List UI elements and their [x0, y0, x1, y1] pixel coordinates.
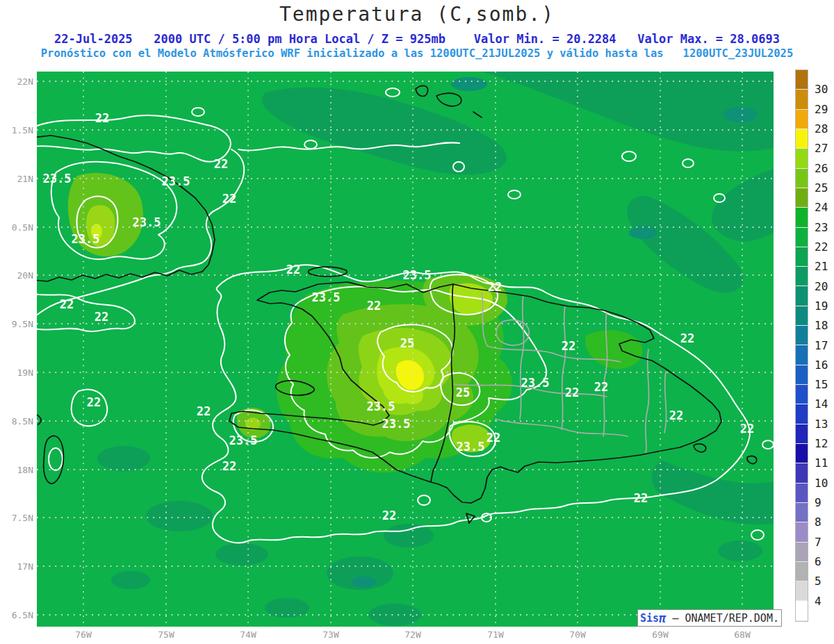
- lat-tick-label: 22N: [0, 76, 33, 87]
- contour-value-label: 23.5: [229, 434, 258, 447]
- page-title: Temperatura (C,somb.): [0, 3, 834, 26]
- lat-tick-label: 9.5N: [0, 319, 33, 329]
- colorbar-tick-label: 16: [815, 358, 828, 371]
- colorbar-cell: [796, 543, 808, 562]
- sispi-onamet-badge: Sisπ – ONAMET/REP.DOM.: [637, 609, 782, 627]
- colorbar-tick-label: 19: [815, 299, 828, 312]
- colorbar-cell: [796, 404, 808, 424]
- colorbar-cell: [796, 129, 808, 149]
- colorbar-cell: [796, 286, 808, 306]
- lat-tick-label: 20N: [0, 270, 33, 281]
- colorbar-tick-label: 22: [815, 240, 828, 253]
- colorbar-cell: [796, 228, 808, 247]
- colorbar-cell: [796, 522, 808, 542]
- contour-value-label: 23.5: [312, 290, 341, 304]
- contour-value-label: 22: [565, 386, 579, 399]
- lat-tick-label: 18N: [0, 465, 33, 475]
- contour-value-label: 22: [669, 408, 683, 422]
- colorbar-cell: [796, 581, 808, 601]
- contour-value-label: 25: [400, 336, 414, 350]
- contour-value-label: 22: [486, 431, 500, 445]
- contour-value-label: 22: [680, 331, 694, 345]
- lat-tick-label: 1.5N: [0, 125, 33, 135]
- colorbar-tick-label: 28: [815, 122, 828, 135]
- colorbar-cell: [796, 247, 808, 267]
- colorbar-cell: [796, 188, 808, 208]
- colorbar-tick-label: 4: [815, 594, 821, 607]
- lat-tick-label: 21N: [0, 174, 33, 184]
- contour-value-label: 22: [95, 310, 108, 324]
- contour-value-label: 22: [562, 339, 575, 353]
- colorbar-tick-label: 20: [815, 279, 828, 292]
- contour-value-label: 22: [286, 263, 300, 276]
- contour-value-label: 22: [214, 157, 228, 171]
- colorbar-cell: [796, 90, 808, 109]
- colorbar-tick-label: 9: [815, 496, 821, 509]
- lat-tick-label: 8.5N: [0, 416, 33, 427]
- lon-tick-label: 71W: [475, 629, 516, 640]
- colorbar-cell: [796, 463, 808, 483]
- colorbar-tick-label: 23: [815, 220, 828, 233]
- colorbar-tick-label: 12: [815, 437, 828, 450]
- colorbar-cell: [796, 267, 808, 286]
- colorbar-cell: [796, 601, 808, 620]
- contour-value-label: 22: [488, 280, 502, 294]
- contour-value-label: 23.5: [403, 268, 432, 282]
- lon-tick-label: 69W: [639, 629, 681, 640]
- contour-value-label: 22: [740, 422, 754, 436]
- contour-value-label: 23.5: [133, 215, 161, 229]
- contour-value-label: 22: [382, 509, 396, 522]
- lon-tick-label: 70W: [557, 629, 598, 640]
- colorbar-cell: [796, 444, 808, 463]
- valid-time-minmax-line: 22-Jul-2025 2000 UTC / 5:00 pm Hora Loca…: [0, 32, 834, 46]
- contour-value-label: 22: [197, 404, 211, 418]
- org-label: – ONAMET/REP.DOM.: [666, 612, 779, 625]
- contour-value-label: 22: [60, 297, 74, 311]
- contour-value-label: 23.5: [367, 399, 395, 413]
- colorbar-cell: [796, 562, 808, 581]
- contour-value-label: 23.5: [457, 440, 485, 454]
- contour-value-label: 22: [634, 491, 648, 505]
- lon-tick-label: 74W: [227, 629, 269, 640]
- lon-tick-label: 75W: [145, 629, 187, 640]
- lon-tick-label: 68W: [721, 629, 763, 640]
- contour-value-label: 22: [222, 459, 236, 473]
- colorbar-tick-label: 25: [815, 181, 828, 194]
- colorbar-cell: [796, 345, 808, 365]
- colorbar-tick-label: 27: [815, 142, 828, 155]
- colorbar-tick-label: 5: [815, 575, 821, 588]
- lat-tick-label: 7.5N: [0, 513, 33, 523]
- colorbar-tick-label: 24: [815, 201, 828, 214]
- colorbar-cell: [796, 385, 808, 404]
- weather-map-page: { "header": { "title": "Temperatura (C,s…: [0, 0, 834, 644]
- lat-tick-label: 0.5N: [0, 222, 33, 233]
- lon-tick-label: 76W: [63, 629, 104, 640]
- lon-tick-label: 73W: [310, 629, 352, 640]
- colorbar-tick-label: 21: [815, 260, 828, 273]
- contour-value-label: 22: [95, 111, 109, 125]
- colorbar-tick-label: 26: [815, 161, 828, 174]
- pi-icon: π: [659, 611, 666, 625]
- colorbar-tick-label: 13: [815, 417, 828, 430]
- contour-value-label: 22: [87, 395, 101, 409]
- forecast-map: 2223.523.5222223.523.52222222223.5222223…: [37, 72, 774, 627]
- contour-value-label: 25: [456, 386, 470, 399]
- contour-value-label: 22: [222, 192, 236, 206]
- contour-value-label: 23.5: [162, 174, 190, 188]
- colorbar-cell: [796, 70, 808, 90]
- colorbar-cell: [796, 503, 808, 522]
- contour-value-label: 22: [594, 380, 608, 394]
- colorbar-cell: [796, 149, 808, 168]
- sispi-logo-text: Sis: [640, 612, 659, 625]
- colorbar-cell: [796, 169, 808, 188]
- colorbar-cell: [796, 326, 808, 345]
- colorbar-tick-label: 14: [815, 397, 828, 411]
- temperature-map-svg: 2223.523.5222223.523.52222222223.5222223…: [37, 72, 774, 627]
- contour-value-label: 22: [367, 299, 381, 313]
- colorbar-tick-label: 18: [815, 319, 828, 332]
- lat-tick-label: 19N: [0, 368, 33, 378]
- model-init-line: Pronóstico con el Modelo Atmósferico WRF…: [0, 47, 834, 60]
- contour-value-label: 23.5: [521, 376, 550, 390]
- lat-tick-label: 17N: [0, 561, 33, 572]
- colorbar-cell: [796, 306, 808, 326]
